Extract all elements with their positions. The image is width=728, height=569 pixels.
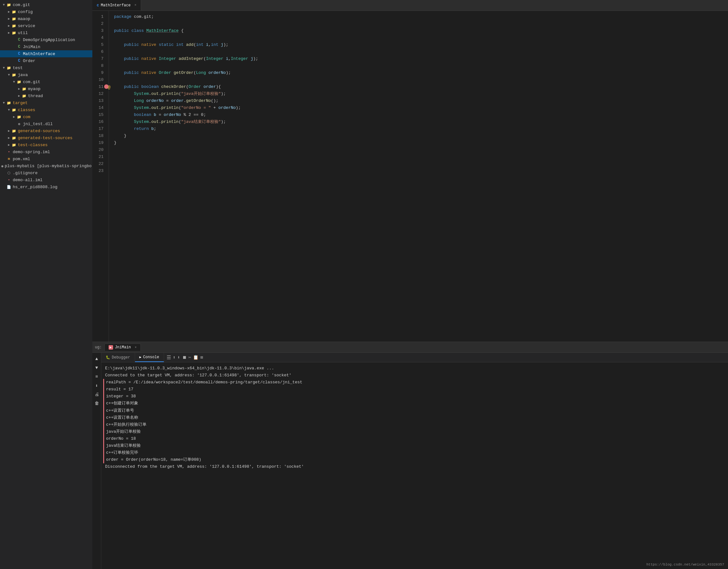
arrow-java: ▼ <box>6 73 11 77</box>
ln-8: 8 <box>92 62 106 69</box>
console-toolbar-cut[interactable]: ✂ <box>189 355 191 360</box>
debug-icon-clear[interactable]: 🗑 <box>93 400 100 407</box>
label-gitignore: .gitignore <box>13 171 38 175</box>
label-Order: Order <box>23 59 35 63</box>
debug-tab-close-jnimain[interactable]: × <box>135 346 137 349</box>
tree-item-gitignore[interactable]: ⬡ .gitignore <box>0 169 92 176</box>
console-line-9: java开始订单校验 <box>103 428 724 435</box>
line-numbers: 1 2 3 4 5 6 7 8 9 10 11 @ 12 13 14 15 1 <box>92 11 109 342</box>
tree-item-test-classes[interactable]: ▶ 📁 test-classes <box>0 141 92 148</box>
tree-item-JniMain[interactable]: C JniMain <box>0 43 92 50</box>
tree-item-com[interactable]: ▶ 📁 com <box>0 113 92 120</box>
label-jni-dll: jni_test.dll <box>23 122 53 126</box>
dll-icon: ⚙ <box>17 121 22 126</box>
console-toolbar-stop[interactable]: ⏹ <box>182 355 187 360</box>
label-config: config <box>18 10 33 14</box>
code-line-5: public native static int add(int i,int j… <box>114 41 723 48</box>
code-line-16: System.out.println("java结束订单校验"); <box>114 118 723 125</box>
file-tree[interactable]: ▼ 📁 com.git ▶ 📁 config ▶ 📁 maaop ▶ 📁 ser… <box>0 0 92 569</box>
label-test-classes: test-classes <box>18 143 48 147</box>
label-target: target <box>13 101 28 105</box>
console-toolbar-split[interactable]: ⊞ <box>200 355 203 360</box>
folder-icon-generated-test-sources: 📁 <box>11 135 17 140</box>
arrow-maaop: ▶ <box>6 17 11 21</box>
tree-item-generated-test-sources[interactable]: ▶ 📁 generated-test-sources <box>0 134 92 141</box>
tree-item-pom-xml[interactable]: m pom.xml <box>0 155 92 162</box>
console-toolbar-up[interactable]: ⬆ <box>173 355 175 360</box>
arrow-thread: ▶ <box>17 94 22 98</box>
xml-icon-pom: m <box>6 156 11 161</box>
console-toolbar-copy[interactable]: 📋 <box>193 355 198 360</box>
console-toolbar-menu[interactable]: ☰ <box>167 354 171 361</box>
tree-item-demo-all-iml[interactable]: ▪ demo-all.iml <box>0 176 92 183</box>
tree-item-com-git-2[interactable]: ▼ 📁 com.git <box>0 78 92 85</box>
tree-item-demo-spring-iml[interactable]: ▪ demo-spring.iml <box>0 148 92 155</box>
folder-icon-java: 📁 <box>11 72 17 77</box>
ln-19: 19 <box>92 139 106 146</box>
label-demo-spring-iml: demo-spring.iml <box>13 150 50 154</box>
code-line-22 <box>114 160 723 167</box>
console-toolbar-down[interactable]: ⬇ <box>177 355 180 360</box>
debugger-tab-debugger[interactable]: 🐛 Debugger <box>101 353 135 362</box>
tree-item-generated-sources[interactable]: ▶ 📁 generated-sources <box>0 127 92 134</box>
tree-item-MathInterface[interactable]: C MathInterface <box>0 50 92 57</box>
folder-icon-thread: 📁 <box>22 93 27 98</box>
debugger-tab-console[interactable]: ▶ Console <box>135 353 164 362</box>
tree-item-DemoSpringApplication[interactable]: C DemoSpringApplication <box>0 36 92 43</box>
tree-item-jni-dll[interactable]: ⚙ jni_test.dll <box>0 120 92 127</box>
debug-icon-down[interactable]: ▼ <box>93 364 100 371</box>
code-line-10 <box>114 76 723 83</box>
label-test: test <box>13 66 23 70</box>
annotation-arrow-11: @ <box>92 84 111 91</box>
code-line-9: public native Order getOrder(Long orderN… <box>114 69 723 76</box>
tree-item-service[interactable]: ▶ 📁 service <box>0 22 92 29</box>
arrow-target: ▼ <box>1 101 6 105</box>
debug-icon-menu[interactable]: ≡ <box>93 373 100 380</box>
iml-icon-demo-all: ▪ <box>6 177 11 182</box>
editor-tab-MathInterface[interactable]: C MathInterface × <box>92 0 141 11</box>
folder-icon-com-git: 📁 <box>6 2 11 7</box>
label-maaop: maaop <box>18 17 30 21</box>
debug-tab-jnimain[interactable]: ▶ JniMain × <box>104 344 141 351</box>
code-content[interactable]: package com.git; public class MathInterf… <box>109 11 728 342</box>
console-tab-icon: ▶ <box>139 355 142 359</box>
tree-item-com-git[interactable]: ▼ 📁 com.git <box>0 1 92 8</box>
label-java: java <box>18 73 28 77</box>
console-line-1: Connected to the target VM, address: '12… <box>105 372 724 379</box>
label-com-git: com.git <box>13 3 30 7</box>
console-tab-label: Console <box>143 355 159 359</box>
label-JniMain: JniMain <box>23 45 40 49</box>
arrow-test: ▼ <box>1 66 6 70</box>
folder-icon-target: 📁 <box>6 100 11 105</box>
tree-item-Order[interactable]: C Order <box>0 57 92 64</box>
ln-15: 15 <box>92 111 106 118</box>
console-line-7: c++设置订单名称 <box>103 414 724 421</box>
ln-6: 6 <box>92 48 106 55</box>
tab-close-MathInterface[interactable]: × <box>134 4 136 7</box>
arrow-util: ▶ <box>6 31 11 35</box>
tree-item-test[interactable]: ▼ 📁 test <box>0 64 92 71</box>
tree-item-classes[interactable]: ▼ 📁 classes <box>0 106 92 113</box>
tree-item-util[interactable]: ▶ 📁 util <box>0 29 92 36</box>
tree-item-config[interactable]: ▶ 📁 config <box>0 8 92 15</box>
console-output: E:\java\jdk11\jdk-11.0.3_windows-x64_bin… <box>101 362 728 569</box>
ln-14: 14 <box>92 104 106 111</box>
tree-item-plus-mybatis[interactable]: ◉ plus-mybatis [plus-mybatis-springbo <box>0 162 92 169</box>
tree-item-myaop[interactable]: ▶ 📁 myaop <box>0 85 92 92</box>
debug-icon-up[interactable]: ▲ <box>93 355 100 362</box>
label-DemoSpringApplication: DemoSpringApplication <box>23 38 75 42</box>
tree-item-hs-err-log[interactable]: 📄 hs_err_pid8808.log <box>0 183 92 190</box>
code-editor: 1 2 3 4 5 6 7 8 9 10 11 @ 12 13 14 15 1 <box>92 11 728 342</box>
tree-item-java[interactable]: ▼ 📁 java <box>0 71 92 78</box>
ln-10: 10 <box>92 76 106 83</box>
debug-icon-print[interactable]: 🖨 <box>93 391 100 398</box>
debugger-icon: 🐛 <box>106 355 110 359</box>
ln-9: 9 <box>92 69 106 76</box>
label-plus-mybatis: plus-mybatis [plus-mybatis-springbo <box>5 164 92 168</box>
debug-icon-import[interactable]: ⬇ <box>93 382 100 389</box>
tree-item-thread[interactable]: ▶ 📁 thread <box>0 92 92 99</box>
tree-item-target[interactable]: ▼ 📁 target <box>0 99 92 106</box>
tree-item-maaop[interactable]: ▶ 📁 maaop <box>0 15 92 22</box>
label-pom-xml: pom.xml <box>13 157 30 161</box>
code-line-2 <box>114 20 723 27</box>
